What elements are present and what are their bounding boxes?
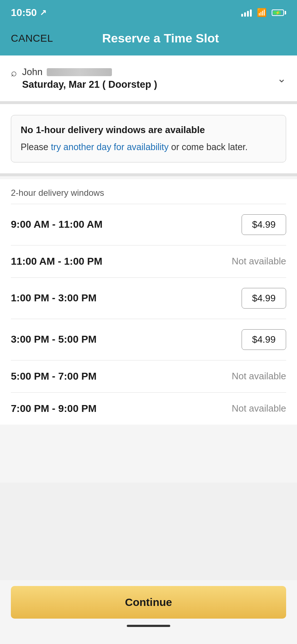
time-display: 10:50 (11, 7, 37, 18)
time-slot-row: 1:00 PM - 3:00 PM $4.99 (11, 277, 286, 319)
two-hour-section: 2-hour delivery windows 9:00 AM - 11:00 … (0, 179, 297, 425)
continue-button[interactable]: Continue (11, 586, 286, 619)
address-date: Saturday, Mar 21 ( Doorstep ) (22, 79, 157, 90)
location-icon: ⌕ (11, 67, 17, 79)
no-availability-body: Please try another day for availability … (21, 141, 276, 153)
time-slot-row: 11:00 AM - 1:00 PM Not available (11, 245, 286, 277)
time-label: 5:00 PM - 7:00 PM (11, 371, 97, 382)
price-button[interactable]: $4.99 (242, 214, 286, 235)
divider (0, 101, 297, 104)
header: CANCEL Reserve a Time Slot (0, 25, 297, 55)
status-time: 10:50 ↗ (11, 7, 46, 18)
time-label: 9:00 AM - 11:00 AM (11, 219, 103, 230)
try-another-day-link[interactable]: try another day for availability (51, 142, 168, 152)
page-title: Reserve a Time Slot (68, 31, 254, 45)
home-indicator (11, 619, 286, 633)
time-label: 1:00 PM - 3:00 PM (11, 292, 97, 304)
main-content: ⌕ John Saturday, Mar 21 ( Doorstep ) ⌄ N… (0, 55, 297, 483)
footer: Continue (0, 580, 297, 644)
section-label: 2-hour delivery windows (11, 179, 286, 204)
not-available-label: Not available (232, 371, 286, 382)
time-slot-row: 7:00 PM - 9:00 PM Not available (11, 392, 286, 425)
chevron-down-icon[interactable]: ⌄ (277, 72, 286, 85)
not-available-label: Not available (232, 403, 286, 414)
no-availability-box: No 1-hour delivery windows are available… (11, 115, 286, 162)
address-name: John (22, 66, 157, 78)
time-label: 7:00 PM - 9:00 PM (11, 403, 97, 414)
signal-icon (241, 9, 252, 17)
cancel-button[interactable]: CANCEL (11, 33, 53, 44)
no-availability-title: No 1-hour delivery windows are available (21, 124, 276, 136)
price-button[interactable]: $4.99 (242, 288, 286, 309)
time-label: 3:00 PM - 5:00 PM (11, 334, 97, 345)
wifi-icon: 📶 (257, 8, 267, 17)
divider-2 (0, 173, 297, 176)
no-availability-section: No 1-hour delivery windows are available… (0, 104, 297, 173)
not-available-label: Not available (232, 256, 286, 267)
status-bar: 10:50 ↗ 📶 ⚡ (0, 0, 297, 25)
navigation-icon: ↗ (40, 8, 46, 17)
status-icons: 📶 ⚡ (241, 8, 286, 17)
address-card: ⌕ John Saturday, Mar 21 ( Doorstep ) ⌄ (0, 55, 297, 101)
price-button[interactable]: $4.99 (242, 329, 286, 350)
home-bar (127, 625, 170, 627)
time-label: 11:00 AM - 1:00 PM (11, 256, 103, 267)
name-blur (47, 68, 112, 76)
time-slot-row: 5:00 PM - 7:00 PM Not available (11, 360, 286, 392)
time-slot-row: 3:00 PM - 5:00 PM $4.99 (11, 319, 286, 360)
time-slot-row: 9:00 AM - 11:00 AM $4.99 (11, 204, 286, 245)
battery-icon: ⚡ (272, 9, 286, 16)
